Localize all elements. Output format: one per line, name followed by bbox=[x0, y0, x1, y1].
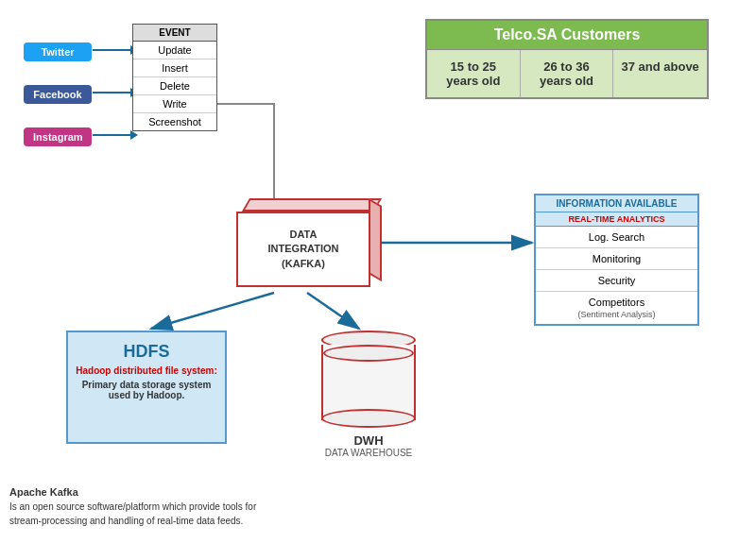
svg-line-4 bbox=[151, 293, 274, 329]
hdfs-title: HDFS bbox=[68, 342, 225, 362]
footer-section: Apache Kafka Is an open source software/… bbox=[9, 486, 293, 528]
telco-grid: 15 to 25 years old 26 to 36 years old 37… bbox=[427, 50, 707, 97]
instagram-button[interactable]: Instagram bbox=[24, 127, 92, 146]
telco-col1: 15 to 25 years old bbox=[427, 50, 521, 97]
diagram-area: Twitter Facebook Instagram EVENT Update … bbox=[9, 9, 747, 491]
cyl-bottom bbox=[321, 409, 416, 428]
telco-box: Telco.SA Customers 15 to 25 years old 26… bbox=[425, 19, 709, 99]
dwh-label: DWH bbox=[312, 433, 425, 448]
event-item-write: Write bbox=[133, 95, 216, 113]
dwh-container: DWH DATA WAREHOUSE bbox=[312, 331, 425, 458]
hdfs-box: HDFS Hadoop distributed file system: Pri… bbox=[66, 331, 227, 444]
kafka-label-line1: DATA bbox=[290, 228, 318, 242]
event-box: EVENT Update Insert Delete Write Screens… bbox=[132, 24, 217, 131]
dwh-sublabel: DATA WAREHOUSE bbox=[312, 448, 425, 458]
info-header2: REAL-TIME ANALYTICS bbox=[536, 212, 697, 227]
facebook-arrow bbox=[93, 92, 132, 93]
telco-col3: 37 and above bbox=[613, 50, 707, 97]
info-box: INFORMATION AVAILABLE REAL-TIME ANALYTIC… bbox=[534, 194, 699, 326]
facebook-button[interactable]: Facebook bbox=[24, 85, 92, 104]
event-header: EVENT bbox=[133, 25, 216, 42]
kafka-label-line3: (KAFKA) bbox=[282, 257, 325, 271]
instagram-arrow bbox=[93, 134, 132, 136]
info-item-log: Log. Search bbox=[536, 227, 697, 248]
kafka-label-line2: INTEGRATION bbox=[268, 242, 339, 256]
event-item-update: Update bbox=[133, 42, 216, 59]
kafka-box-container: DATA INTEGRATION (KAFKA) bbox=[236, 198, 369, 274]
info-item-competitors: Competitors (Sentiment Analysis) bbox=[536, 292, 697, 324]
hdfs-subtitle: Hadoop distributed file system: bbox=[68, 365, 225, 376]
kafka-3d-box: DATA INTEGRATION (KAFKA) bbox=[236, 198, 369, 274]
info-item-monitoring: Monitoring bbox=[536, 248, 697, 270]
event-item-delete: Delete bbox=[133, 77, 216, 95]
event-item-screenshot: Screenshot bbox=[133, 113, 216, 130]
footer-body: Is an open source software/platform whic… bbox=[9, 500, 293, 528]
info-item-security: Security bbox=[536, 270, 697, 292]
svg-line-5 bbox=[307, 293, 359, 329]
telco-col2: 26 to 36 years old bbox=[521, 50, 614, 97]
footer-title: Apache Kafka bbox=[9, 486, 293, 498]
twitter-arrow bbox=[93, 49, 132, 51]
dwh-cylinder bbox=[312, 331, 425, 428]
hdfs-desc: Primary data storage system used by Hado… bbox=[68, 380, 225, 400]
twitter-button[interactable]: Twitter bbox=[24, 42, 92, 61]
info-header1: INFORMATION AVAILABLE bbox=[536, 195, 697, 212]
event-item-insert: Insert bbox=[133, 59, 216, 77]
telco-header: Telco.SA Customers bbox=[427, 21, 707, 50]
